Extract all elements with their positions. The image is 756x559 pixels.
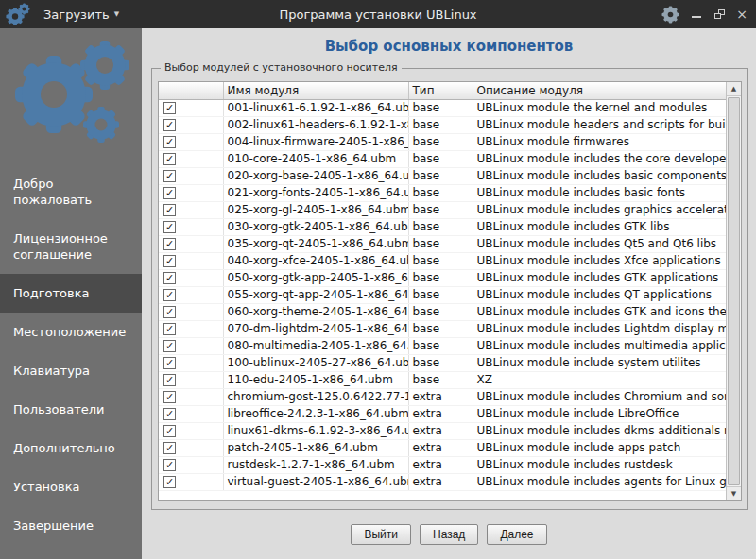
- table-row[interactable]: ✓ 030-xorg-gtk-2405-1-x86_64.ubm base UB…: [159, 218, 726, 235]
- module-checkbox[interactable]: ✓: [163, 238, 176, 250]
- vertical-scrollbar[interactable]: ▲ ▼: [726, 82, 741, 500]
- restore-icon: [714, 9, 725, 19]
- header-module-name[interactable]: Имя модуля: [223, 82, 408, 99]
- table-row[interactable]: ✓ chromium-gost-125.0.6422.77-1-x86_64.u…: [159, 388, 726, 405]
- table-row[interactable]: ✓ 010-core-2405-1-x86_64.ubm base UBLinu…: [159, 150, 726, 167]
- scroll-down-icon[interactable]: ▼: [727, 486, 741, 500]
- sidebar-item[interactable]: Дополнительно: [0, 429, 142, 467]
- table-row[interactable]: ✓ 100-ublinux-2405-27-x86_64.ubm base UB…: [159, 354, 726, 371]
- module-checkbox[interactable]: ✓: [163, 323, 176, 335]
- scrollbar-track[interactable]: [727, 96, 741, 486]
- module-checkbox[interactable]: ✓: [163, 221, 176, 233]
- module-checkbox[interactable]: ✓: [163, 102, 176, 114]
- module-name-cell: libreoffice-24.2.3-1-x86_64.ubm: [223, 405, 408, 422]
- table-row[interactable]: ✓ 110-edu-2405-1-x86_64.ubm base XZ: [159, 371, 726, 388]
- module-type-cell: base: [408, 201, 472, 218]
- table-row[interactable]: ✓ 001-linux61-6.1.92-1-x86_64.ubm base U…: [159, 99, 726, 116]
- sidebar-item[interactable]: Завершение: [0, 506, 142, 545]
- maximize-button[interactable]: [713, 8, 725, 21]
- module-check-cell: ✓: [159, 133, 223, 150]
- module-checkbox[interactable]: ✓: [163, 476, 176, 488]
- module-name-cell: virtual-guest-2405-1-x86_64.ubm: [223, 473, 408, 490]
- module-checkbox[interactable]: ✓: [163, 255, 176, 267]
- settings-gear-icon[interactable]: [662, 8, 679, 21]
- sidebar-item[interactable]: Добро пожаловать: [0, 164, 142, 219]
- module-checkbox[interactable]: ✓: [163, 170, 176, 182]
- scrollbar-thumb[interactable]: [728, 97, 740, 485]
- table-row[interactable]: ✓ libreoffice-24.2.3-1-x86_64.ubm extra …: [159, 405, 726, 422]
- table-row[interactable]: ✓ 020-xorg-base-2405-1-x86_64.ubm base U…: [159, 167, 726, 184]
- module-checkbox[interactable]: ✓: [163, 357, 176, 369]
- module-checkbox[interactable]: ✓: [163, 391, 176, 403]
- sidebar-item[interactable]: Местоположение: [0, 313, 142, 351]
- module-name-cell: 001-linux61-6.1.92-1-x86_64.ubm: [223, 99, 408, 116]
- module-desc-cell: UBLinux module includes basic fonts: [472, 184, 726, 201]
- sidebar-item[interactable]: Лицензионное соглашение: [0, 219, 142, 274]
- table-row[interactable]: ✓ patch-2405-1-x86_64.ubm extra UBLinux …: [159, 439, 726, 456]
- module-name-cell: 002-linux61-headers-6.1.92-1-x86_64.ubm: [223, 116, 408, 133]
- module-checkbox[interactable]: ✓: [163, 204, 176, 216]
- table-row[interactable]: ✓ virtual-guest-2405-1-x86_64.ubm extra …: [159, 473, 726, 490]
- module-name-cell: chromium-gost-125.0.6422.77-1-x86_64.ubm: [223, 388, 408, 405]
- module-desc-cell: UBLinux module includes Chromium and som…: [472, 388, 726, 405]
- module-type-cell: base: [408, 286, 472, 303]
- sidebar-item[interactable]: Клавиатура: [0, 351, 142, 390]
- module-checkbox[interactable]: ✓: [163, 119, 176, 131]
- module-checkbox[interactable]: ✓: [163, 272, 176, 284]
- module-check-cell: ✓: [159, 371, 223, 388]
- module-checkbox[interactable]: ✓: [163, 459, 176, 471]
- load-dropdown-button[interactable]: Загрузить ▼: [38, 4, 125, 25]
- module-checkbox[interactable]: ✓: [163, 374, 176, 386]
- table-row[interactable]: ✓ 055-xorg-qt-app-2405-1-x86_64.ubm base…: [159, 286, 726, 303]
- module-checkbox[interactable]: ✓: [163, 153, 176, 165]
- module-type-cell: base: [408, 235, 472, 252]
- window-title: Программа установки UBLinux: [279, 8, 476, 22]
- module-checkbox[interactable]: ✓: [163, 442, 176, 454]
- module-type-cell: base: [408, 252, 472, 269]
- minimize-button[interactable]: [691, 8, 702, 21]
- module-desc-cell: UBLinux module includes GTK libs: [472, 218, 726, 235]
- module-checkbox[interactable]: ✓: [163, 289, 176, 301]
- sidebar-item[interactable]: Подготовка: [0, 274, 142, 313]
- sidebar-item[interactable]: Установка: [0, 467, 142, 506]
- module-checkbox[interactable]: ✓: [163, 306, 176, 318]
- header-module-type[interactable]: Тип: [408, 82, 472, 99]
- table-row[interactable]: ✓ 060-xorg-theme-2405-1-x86_64.ubm base …: [159, 303, 726, 320]
- module-name-cell: 021-xorg-fonts-2405-1-x86_64.ubm: [223, 184, 408, 201]
- module-desc-cell: UBLinux module includes QT applications: [472, 286, 726, 303]
- table-row[interactable]: ✓ 040-xorg-xfce-2405-1-x86_64.ubm base U…: [159, 252, 726, 269]
- module-type-cell: base: [408, 269, 472, 286]
- table-row[interactable]: ✓ rustdesk-1.2.7-1-x86_64.ubm extra UBLi…: [159, 456, 726, 473]
- table-row[interactable]: ✓ 021-xorg-fonts-2405-1-x86_64.ubm base …: [159, 184, 726, 201]
- table-row[interactable]: ✓ linux61-dkms-6.1.92-3-x86_64.ubm extra…: [159, 422, 726, 439]
- table-row[interactable]: ✓ 035-xorg-qt-2405-1-x86_64.ubm base UBL…: [159, 235, 726, 252]
- table-row[interactable]: ✓ 025-xorg-gl-2405-1-x86_64.ubm base UBL…: [159, 201, 726, 218]
- exit-button[interactable]: Выйти: [351, 524, 411, 545]
- header-module-description[interactable]: Описание модуля: [472, 82, 726, 99]
- module-checkbox[interactable]: ✓: [163, 136, 176, 148]
- table-row[interactable]: ✓ 080-multimedia-2405-1-x86_64.ubm base …: [159, 337, 726, 354]
- sidebar-item[interactable]: Пользователи: [0, 390, 142, 429]
- module-checkbox[interactable]: ✓: [163, 408, 176, 420]
- module-checkbox[interactable]: ✓: [163, 425, 176, 437]
- module-desc-cell: UBLinux module include system utilites: [472, 354, 726, 371]
- table-row[interactable]: ✓ 050-xorg-gtk-app-2405-1-x86_64.ubm bas…: [159, 269, 726, 286]
- module-checkbox[interactable]: ✓: [163, 187, 176, 199]
- module-name-cell: 004-linux-firmware-2405-1-x86_64.ubm: [223, 133, 408, 150]
- scroll-up-icon[interactable]: ▲: [727, 82, 741, 96]
- table-row[interactable]: ✓ 070-dm-lightdm-2405-1-x86_64.ubm base …: [159, 320, 726, 337]
- back-button[interactable]: Назад: [420, 524, 478, 545]
- table-row[interactable]: ✓ 004-linux-firmware-2405-1-x86_64.ubm b…: [159, 133, 726, 150]
- module-type-cell: base: [408, 320, 472, 337]
- module-desc-cell: UBLinux module includes basic components…: [472, 167, 726, 184]
- header-checkbox-column[interactable]: [159, 82, 223, 99]
- table-row[interactable]: ✓ 002-linux61-headers-6.1.92-1-x86_64.ub…: [159, 116, 726, 133]
- module-checkbox[interactable]: ✓: [163, 340, 176, 352]
- next-button[interactable]: Далее: [487, 524, 546, 545]
- gears-illustration: [0, 30, 142, 158]
- module-check-cell: ✓: [159, 167, 223, 184]
- close-button[interactable]: ×: [736, 8, 747, 21]
- module-desc-cell: XZ: [472, 371, 726, 388]
- module-name-cell: linux61-dkms-6.1.92-3-x86_64.ubm: [223, 422, 408, 439]
- module-desc-cell: UBLinux module includes agents for Linux…: [472, 473, 726, 490]
